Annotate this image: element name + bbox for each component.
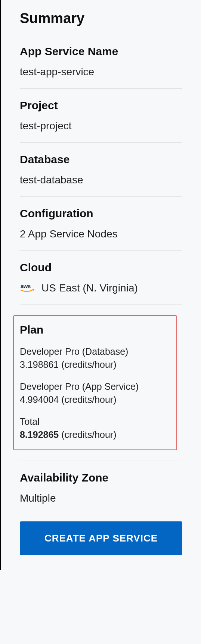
summary-panel: Summary App Service Name test-app-servic… [0, 0, 201, 570]
plan-item-app-service: Developer Pro (App Service) 4.994004 (cr… [20, 380, 170, 406]
plan-item-app-service-name: Developer Pro (App Service) [20, 380, 170, 393]
cloud-label: Cloud [20, 261, 182, 274]
plan-total-label: Total [20, 415, 170, 428]
availability-zone-value: Multiple [20, 492, 182, 504]
project-value: test-project [20, 120, 182, 132]
cloud-region-value: US East (N. Virginia) [41, 282, 138, 294]
database-value: test-database [20, 174, 182, 186]
app-service-name-label: App Service Name [20, 45, 182, 58]
aws-icon: aws [20, 283, 35, 293]
plan-box: Plan Developer Pro (Database) 3.198861 (… [13, 315, 177, 450]
divider [20, 461, 182, 461]
plan-item-database-credits: 3.198861 (credits/hour) [20, 358, 170, 371]
section-configuration: Configuration 2 App Service Nodes [20, 207, 182, 251]
configuration-value: 2 App Service Nodes [20, 228, 182, 240]
section-availability-zone: Availability Zone Multiple [20, 471, 182, 515]
section-database: Database test-database [20, 153, 182, 197]
create-app-service-button[interactable]: CREATE APP SERVICE [20, 521, 182, 555]
section-project: Project test-project [20, 99, 182, 143]
project-label: Project [20, 99, 182, 112]
app-service-name-value: test-app-service [20, 66, 182, 78]
plan-label: Plan [20, 323, 170, 336]
plan-item-app-service-credits: 4.994004 (credits/hour) [20, 393, 170, 406]
plan-total-value: 8.192865 (credits/hour) [20, 428, 170, 441]
plan-total: Total 8.192865 (credits/hour) [20, 415, 170, 441]
section-cloud: Cloud aws US East (N. Virginia) [20, 261, 182, 305]
configuration-label: Configuration [20, 207, 182, 220]
availability-zone-label: Availability Zone [20, 471, 182, 484]
plan-item-database-name: Developer Pro (Database) [20, 345, 170, 358]
svg-text:aws: aws [21, 283, 31, 289]
plan-item-database: Developer Pro (Database) 3.198861 (credi… [20, 345, 170, 371]
page-title: Summary [20, 10, 182, 26]
database-label: Database [20, 153, 182, 166]
section-app-service-name: App Service Name test-app-service [20, 45, 182, 89]
